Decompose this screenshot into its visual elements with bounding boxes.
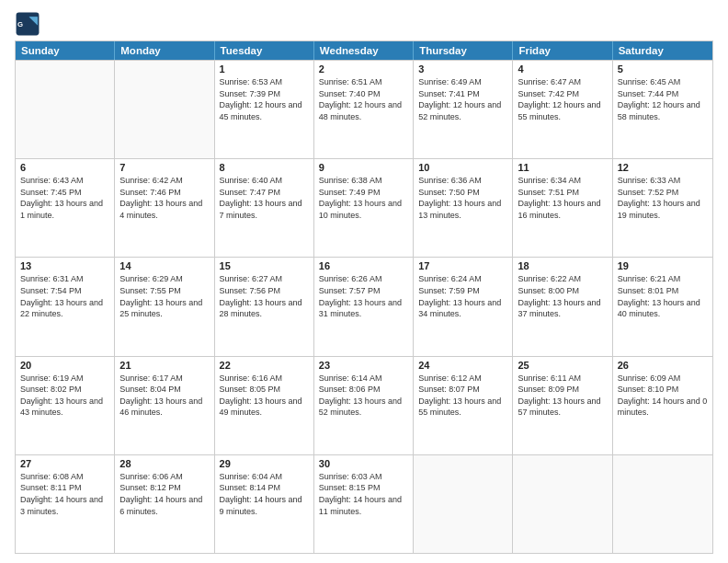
day-cell-19: 19Sunrise: 6:21 AM Sunset: 8:01 PM Dayli… [613, 258, 712, 355]
day-number: 29 [220, 458, 309, 469]
day-cell-7: 7Sunrise: 6:42 AM Sunset: 7:46 PM Daylig… [115, 159, 214, 257]
empty-cell [414, 455, 513, 553]
day-number: 23 [319, 360, 408, 371]
day-info: Sunrise: 6:26 AM Sunset: 7:57 PM Dayligh… [319, 273, 408, 319]
day-number: 13 [20, 260, 109, 271]
day-info: Sunrise: 6:11 AM Sunset: 8:09 PM Dayligh… [518, 373, 607, 419]
day-number: 16 [319, 260, 408, 271]
header-day-thursday: Thursday [414, 41, 513, 60]
day-info: Sunrise: 6:04 AM Sunset: 8:14 PM Dayligh… [220, 471, 309, 517]
empty-cell [115, 61, 214, 158]
header-day-friday: Friday [513, 41, 612, 60]
day-info: Sunrise: 6:42 AM Sunset: 7:46 PM Dayligh… [119, 175, 209, 221]
header-day-saturday: Saturday [613, 41, 712, 60]
day-number: 4 [518, 63, 607, 75]
day-cell-28: 28Sunrise: 6:06 AM Sunset: 8:12 PM Dayli… [115, 455, 214, 553]
day-cell-24: 24Sunrise: 6:12 AM Sunset: 8:07 PM Dayli… [414, 357, 513, 454]
week-row-3: 13Sunrise: 6:31 AM Sunset: 7:54 PM Dayli… [16, 257, 712, 355]
day-number: 11 [518, 162, 607, 173]
day-number: 12 [618, 162, 708, 173]
week-row-4: 20Sunrise: 6:19 AM Sunset: 8:02 PM Dayli… [16, 356, 712, 454]
day-number: 18 [518, 260, 607, 271]
day-number: 2 [319, 63, 408, 75]
day-info: Sunrise: 6:38 AM Sunset: 7:49 PM Dayligh… [319, 175, 408, 221]
day-cell-16: 16Sunrise: 6:26 AM Sunset: 7:57 PM Dayli… [314, 258, 414, 355]
day-number: 28 [119, 458, 209, 469]
day-cell-17: 17Sunrise: 6:24 AM Sunset: 7:59 PM Dayli… [414, 258, 513, 355]
day-number: 21 [119, 360, 209, 371]
day-info: Sunrise: 6:09 AM Sunset: 8:10 PM Dayligh… [618, 373, 708, 419]
week-row-1: 1Sunrise: 6:53 AM Sunset: 7:39 PM Daylig… [16, 60, 712, 158]
day-number: 7 [119, 162, 209, 173]
day-cell-29: 29Sunrise: 6:04 AM Sunset: 8:14 PM Dayli… [215, 455, 314, 553]
page: G SundayMondayTuesdayWednesdayThursdayFr… [0, 0, 728, 563]
day-info: Sunrise: 6:08 AM Sunset: 8:11 PM Dayligh… [20, 471, 109, 517]
day-info: Sunrise: 6:17 AM Sunset: 8:04 PM Dayligh… [119, 373, 209, 419]
day-info: Sunrise: 6:31 AM Sunset: 7:54 PM Dayligh… [20, 273, 109, 319]
calendar: SundayMondayTuesdayWednesdayThursdayFrid… [15, 40, 713, 554]
day-cell-9: 9Sunrise: 6:38 AM Sunset: 7:49 PM Daylig… [314, 159, 414, 257]
empty-cell [613, 455, 712, 553]
day-cell-12: 12Sunrise: 6:33 AM Sunset: 7:52 PM Dayli… [613, 159, 712, 257]
day-cell-8: 8Sunrise: 6:40 AM Sunset: 7:47 PM Daylig… [215, 159, 314, 257]
week-row-5: 27Sunrise: 6:08 AM Sunset: 8:11 PM Dayli… [16, 454, 712, 553]
empty-cell [513, 455, 612, 553]
day-number: 3 [418, 63, 507, 75]
day-cell-2: 2Sunrise: 6:51 AM Sunset: 7:40 PM Daylig… [314, 61, 414, 158]
day-cell-3: 3Sunrise: 6:49 AM Sunset: 7:41 PM Daylig… [414, 61, 513, 158]
day-cell-15: 15Sunrise: 6:27 AM Sunset: 7:56 PM Dayli… [215, 258, 314, 355]
day-info: Sunrise: 6:16 AM Sunset: 8:05 PM Dayligh… [220, 373, 309, 419]
day-number: 1 [220, 63, 309, 75]
day-cell-23: 23Sunrise: 6:14 AM Sunset: 8:06 PM Dayli… [314, 357, 414, 454]
day-cell-4: 4Sunrise: 6:47 AM Sunset: 7:42 PM Daylig… [513, 61, 612, 158]
day-number: 24 [418, 360, 507, 371]
day-number: 9 [319, 162, 408, 173]
day-info: Sunrise: 6:47 AM Sunset: 7:42 PM Dayligh… [518, 76, 607, 122]
day-info: Sunrise: 6:43 AM Sunset: 7:45 PM Dayligh… [20, 175, 109, 221]
day-info: Sunrise: 6:29 AM Sunset: 7:55 PM Dayligh… [119, 273, 209, 319]
day-info: Sunrise: 6:51 AM Sunset: 7:40 PM Dayligh… [319, 76, 408, 122]
day-number: 8 [220, 162, 309, 173]
svg-text:G: G [17, 20, 23, 29]
day-cell-21: 21Sunrise: 6:17 AM Sunset: 8:04 PM Dayli… [115, 357, 214, 454]
day-number: 20 [20, 360, 109, 371]
day-cell-10: 10Sunrise: 6:36 AM Sunset: 7:50 PM Dayli… [414, 159, 513, 257]
day-info: Sunrise: 6:12 AM Sunset: 8:07 PM Dayligh… [418, 373, 507, 419]
logo: G [15, 11, 44, 37]
day-cell-25: 25Sunrise: 6:11 AM Sunset: 8:09 PM Dayli… [513, 357, 612, 454]
day-info: Sunrise: 6:45 AM Sunset: 7:44 PM Dayligh… [618, 76, 708, 122]
day-info: Sunrise: 6:33 AM Sunset: 7:52 PM Dayligh… [618, 175, 708, 221]
day-info: Sunrise: 6:14 AM Sunset: 8:06 PM Dayligh… [319, 373, 408, 419]
day-info: Sunrise: 6:06 AM Sunset: 8:12 PM Dayligh… [119, 471, 209, 517]
day-number: 15 [220, 260, 309, 271]
day-cell-22: 22Sunrise: 6:16 AM Sunset: 8:05 PM Dayli… [215, 357, 314, 454]
day-cell-18: 18Sunrise: 6:22 AM Sunset: 8:00 PM Dayli… [513, 258, 612, 355]
day-number: 17 [418, 260, 507, 271]
day-cell-5: 5Sunrise: 6:45 AM Sunset: 7:44 PM Daylig… [613, 61, 712, 158]
header-day-wednesday: Wednesday [314, 41, 414, 60]
day-number: 19 [618, 260, 708, 271]
header-day-sunday: Sunday [16, 41, 115, 60]
day-info: Sunrise: 6:21 AM Sunset: 8:01 PM Dayligh… [618, 273, 708, 319]
day-cell-13: 13Sunrise: 6:31 AM Sunset: 7:54 PM Dayli… [16, 258, 115, 355]
calendar-header-row: SundayMondayTuesdayWednesdayThursdayFrid… [16, 41, 712, 60]
header-day-tuesday: Tuesday [215, 41, 314, 60]
day-number: 5 [618, 63, 708, 75]
calendar-body: 1Sunrise: 6:53 AM Sunset: 7:39 PM Daylig… [16, 60, 712, 553]
day-cell-30: 30Sunrise: 6:03 AM Sunset: 8:15 PM Dayli… [314, 455, 414, 553]
day-cell-6: 6Sunrise: 6:43 AM Sunset: 7:45 PM Daylig… [16, 159, 115, 257]
day-info: Sunrise: 6:36 AM Sunset: 7:50 PM Dayligh… [418, 175, 507, 221]
header: G [15, 11, 713, 37]
empty-cell [16, 61, 115, 158]
logo-icon: G [15, 11, 40, 37]
day-number: 30 [319, 458, 408, 469]
day-number: 6 [20, 162, 109, 173]
day-number: 14 [119, 260, 209, 271]
day-cell-20: 20Sunrise: 6:19 AM Sunset: 8:02 PM Dayli… [16, 357, 115, 454]
day-cell-27: 27Sunrise: 6:08 AM Sunset: 8:11 PM Dayli… [16, 455, 115, 553]
header-day-monday: Monday [115, 41, 214, 60]
day-number: 27 [20, 458, 109, 469]
day-cell-1: 1Sunrise: 6:53 AM Sunset: 7:39 PM Daylig… [215, 61, 314, 158]
day-number: 22 [220, 360, 309, 371]
day-number: 25 [518, 360, 607, 371]
